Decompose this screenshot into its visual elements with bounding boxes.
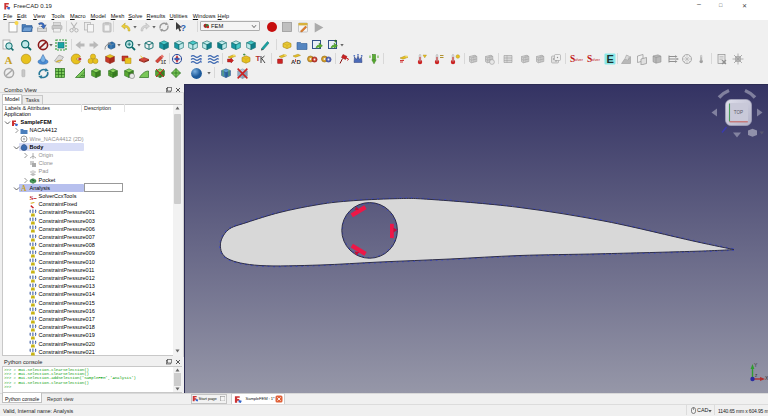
svg-text:A: A (21, 184, 27, 192)
svg-text:D: D (296, 59, 301, 65)
svg-text:A: A (4, 53, 12, 65)
svg-text:TOP: TOP (734, 110, 743, 115)
svg-text:i: i (200, 56, 202, 61)
svg-text:S: S (30, 193, 34, 201)
svg-text:1D: 1D (160, 59, 166, 65)
svg-text:Y: Y (754, 362, 758, 368)
svg-text:E: E (606, 53, 613, 65)
svg-text:T: T (256, 54, 261, 63)
svg-text:z: z (755, 373, 758, 378)
svg-text:olver: olver (575, 58, 583, 62)
svg-text:?: ? (180, 22, 186, 32)
svg-text:olver: olver (592, 58, 600, 62)
